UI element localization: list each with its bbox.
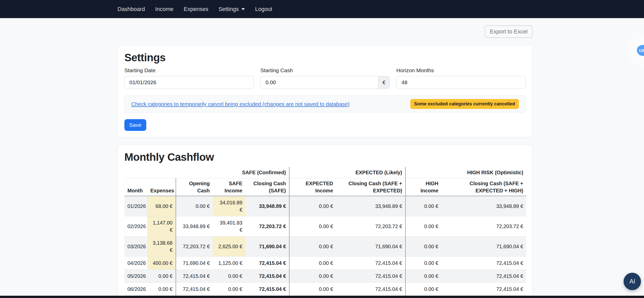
table-row: 03/2026 3,138.68 € 72,203.72 € 2,625.00 … [124, 237, 526, 257]
col-header-closing-safe-expected: Closing Cash (SAFE + EXPECTED) [336, 178, 405, 196]
cell-expected-income: 0.00 € [289, 283, 336, 296]
cell-opening-cash: 72,415.04 € [176, 283, 213, 296]
main-content: Export to Excel Settings Starting Date S… [117, 26, 533, 298]
column-header-row: Month Expenses Opening Cash SAFE Income … [124, 178, 526, 196]
starting-date-input[interactable] [124, 76, 254, 89]
starting-cash-field-group: Starting Cash € [260, 67, 390, 89]
table-row: 01/2026 68.00 € 0.00 € 34,016.89 € 33,94… [124, 196, 526, 216]
cell-safe-income: 0.00 € [213, 283, 245, 296]
cell-closing-safe-expected-high: 72,415.04 € [441, 257, 526, 270]
col-header-closing-safe-expected-high: Closing Cash (SAFE + EXPECTED + HIGH) [441, 178, 526, 196]
table-row: 05/2026 0.00 € 72,415.04 € 0.00 € 72,415… [124, 270, 526, 283]
table-row: 02/2026 1,147.00 € 33,948.89 € 39,401.83… [124, 216, 526, 237]
cell-expenses: 0.00 € [147, 270, 176, 283]
check-categories-link[interactable]: Check categories to temporarily cancel b… [131, 101, 350, 107]
cell-high-income: 0.00 € [405, 257, 441, 270]
nav-dashboard-label: Dashboard [117, 6, 145, 13]
cell-expected-income: 0.00 € [289, 257, 336, 270]
starting-cash-input[interactable] [260, 76, 378, 89]
cell-safe-income: 39,401.83 € [213, 216, 245, 237]
cashflow-table: SAFE (Confirmed) EXPECTED (Likely) HIGH … [124, 167, 526, 298]
cell-high-income: 0.00 € [405, 270, 441, 283]
col-header-expected-income: EXPECTED Income [289, 178, 336, 196]
taskbar-edge [0, 296, 644, 298]
cell-closing-safe-expected: 71,690.04 € [336, 237, 405, 257]
cell-expenses: 400.00 € [147, 257, 176, 270]
excluded-categories-badge: Some excluded categories currently cance… [410, 99, 519, 109]
cell-opening-cash: 72,415.04 € [176, 270, 213, 283]
cell-expenses: 3,138.68 € [147, 237, 176, 257]
col-header-expenses: Expenses [147, 178, 176, 196]
cell-closing-safe: 72,415.04 € [245, 257, 289, 270]
cell-high-income: 0.00 € [405, 216, 441, 237]
cell-expenses: 68.00 € [147, 196, 176, 216]
cell-month: 01/2026 [124, 196, 147, 216]
browser-extension-badge[interactable]: 13M [637, 45, 644, 56]
cell-closing-safe-expected: 72,203.72 € [336, 216, 405, 237]
cell-high-income: 0.00 € [405, 283, 441, 296]
monthly-cashflow-title: Monthly Cashflow [124, 151, 526, 163]
col-header-closing-safe: Closing Cash (SAFE) [245, 178, 289, 196]
cell-closing-safe-expected: 72,415.04 € [336, 270, 405, 283]
cell-month: 03/2026 [124, 237, 147, 257]
cell-closing-safe-expected: 72,415.04 € [336, 257, 405, 270]
cell-closing-safe-expected-high: 33,948.89 € [441, 196, 526, 216]
col-header-safe-income: SAFE Income [213, 178, 245, 196]
cell-month: 02/2026 [124, 216, 147, 237]
table-row: 06/2026 0.00 € 72,415.04 € 0.00 € 72,415… [124, 283, 526, 296]
chevron-down-icon [241, 8, 245, 10]
cell-expected-income: 0.00 € [289, 196, 336, 216]
starting-date-label: Starting Date [124, 67, 254, 73]
excluded-categories-box: Check categories to temporarily cancel b… [124, 95, 526, 113]
cell-expenses: 1,147.00 € [147, 216, 176, 237]
cell-safe-income: 2,625.00 € [213, 237, 245, 257]
nav-settings-dropdown[interactable]: Settings [213, 6, 250, 13]
col-header-high-income: HIGH Income [405, 178, 441, 196]
nav-expenses[interactable]: Expenses [179, 6, 214, 13]
group-header-empty [124, 167, 176, 178]
col-header-opening-cash: Opening Cash [176, 178, 213, 196]
nav-dashboard[interactable]: Dashboard [112, 6, 150, 13]
cell-closing-safe: 33,948.89 € [245, 196, 289, 216]
group-header-safe: SAFE (Confirmed) [176, 167, 289, 178]
nav-expenses-label: Expenses [184, 6, 208, 13]
col-header-month: Month [124, 178, 147, 196]
settings-fields: Starting Date Starting Cash € Horizon Mo… [124, 67, 526, 89]
cell-month: 05/2026 [124, 270, 147, 283]
cell-safe-income: 0.00 € [213, 270, 245, 283]
cell-closing-safe: 72,415.04 € [245, 283, 289, 296]
cell-closing-safe-expected: 33,948.89 € [336, 196, 405, 216]
cell-closing-safe-expected-high: 72,415.04 € [441, 270, 526, 283]
nav-logout[interactable]: Logout [250, 6, 277, 13]
cell-closing-safe-expected-high: 71,690.04 € [441, 237, 526, 257]
horizon-months-field-group: Horizon Months [396, 67, 526, 89]
group-header-expected: EXPECTED (Likely) [289, 167, 405, 178]
cell-closing-safe-expected-high: 72,203.72 € [441, 216, 526, 237]
cell-month: 06/2026 [124, 283, 147, 296]
cell-expenses: 0.00 € [147, 283, 176, 296]
nav-logout-label: Logout [255, 6, 272, 13]
starting-cash-input-group: € [260, 76, 390, 89]
save-button[interactable]: Save [124, 119, 146, 131]
horizon-months-input[interactable] [396, 76, 526, 89]
top-navbar: Dashboard Income Expenses Settings Logou… [0, 0, 644, 18]
cell-opening-cash: 71,690.04 € [176, 257, 213, 270]
starting-date-field-group: Starting Date [124, 67, 254, 89]
cell-opening-cash: 0.00 € [176, 196, 213, 216]
nav-income[interactable]: Income [150, 6, 179, 13]
cell-expected-income: 0.00 € [289, 270, 336, 283]
cell-opening-cash: 72,203.72 € [176, 237, 213, 257]
cell-closing-safe-expected-high: 72,415.04 € [441, 283, 526, 296]
settings-title: Settings [124, 52, 526, 64]
cell-closing-safe: 72,203.72 € [245, 216, 289, 237]
ai-assistant-button[interactable]: AI [624, 273, 641, 290]
cell-safe-income: 1,125.00 € [213, 257, 245, 270]
cell-closing-safe: 71,690.04 € [245, 237, 289, 257]
cell-opening-cash: 33,948.89 € [176, 216, 213, 237]
table-row: 04/2026 400.00 € 71,690.04 € 1,125.00 € … [124, 257, 526, 270]
horizon-months-label: Horizon Months [396, 67, 526, 73]
nav-settings-label: Settings [218, 6, 239, 13]
cell-expected-income: 0.00 € [289, 237, 336, 257]
cell-closing-safe: 72,415.04 € [245, 270, 289, 283]
export-to-excel-button[interactable]: Export to Excel [485, 26, 533, 38]
